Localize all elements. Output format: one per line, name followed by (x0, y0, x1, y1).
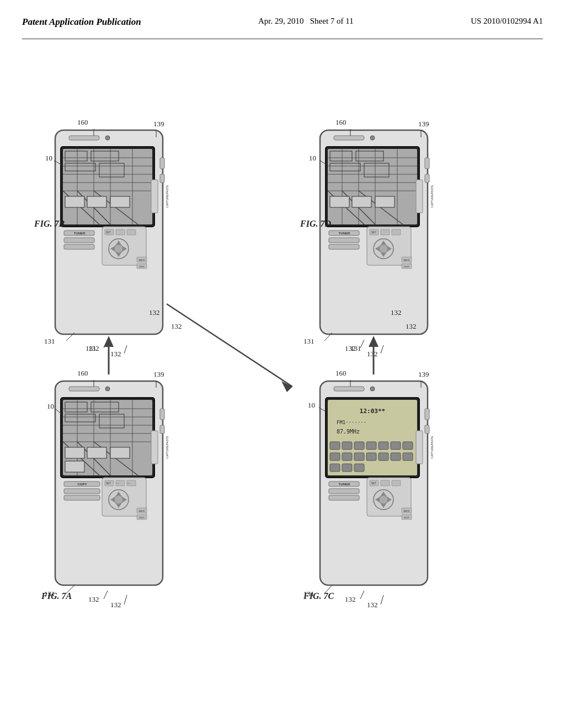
svg-text:SET: SET (106, 231, 111, 234)
svg-text:EXIT: EXIT (404, 265, 409, 268)
svg-rect-62 (63, 149, 152, 224)
svg-rect-1 (69, 387, 99, 391)
arrow-up-7a-to-7b (104, 336, 114, 347)
svg-rect-86 (64, 238, 94, 243)
svg-rect-130 (379, 453, 388, 461)
svg-rect-120 (342, 442, 352, 449)
svg-text:12:03**: 12:03** (360, 408, 385, 415)
svg-rect-128 (354, 453, 364, 461)
svg-point-58 (105, 136, 110, 140)
fig7b-ref-131: 131 (44, 337, 55, 345)
svg-rect-136 (416, 431, 423, 464)
fig7b-label: FIG. 7B (34, 219, 65, 228)
svg-rect-112 (425, 409, 429, 420)
svg-line-161 (360, 591, 364, 599)
svg-rect-187 (352, 196, 371, 207)
fig7b-ref-160: 160 (77, 118, 88, 126)
svg-rect-59 (160, 158, 164, 169)
svg-rect-133 (330, 464, 340, 472)
svg-rect-45 (64, 495, 100, 500)
svg-rect-82 (151, 180, 158, 213)
svg-point-165 (370, 136, 375, 140)
svg-line-217 (167, 304, 292, 387)
fig7b-ref-139: 139 (153, 120, 164, 128)
svg-rect-198 (392, 229, 401, 235)
svg-rect-193 (329, 238, 359, 243)
svg-rect-194 (329, 244, 359, 249)
fig7c-ref-132a: 132 (345, 595, 356, 603)
svg-text:TUNER: TUNER (339, 483, 350, 486)
svg-text:BACK: BACK (404, 510, 410, 512)
svg-rect-188 (375, 196, 395, 207)
svg-rect-197 (381, 229, 390, 235)
page-container: Patent Application Publication Apr. 29, … (0, 0, 565, 728)
fig7a-ref-131: 131 (44, 590, 55, 598)
svg-rect-121 (354, 442, 364, 449)
svg-rect-24 (87, 447, 106, 458)
svg-text:BACK: BACK (404, 259, 410, 261)
svg-rect-167 (425, 174, 429, 183)
svg-text:87.9MHz: 87.9MHz (337, 429, 360, 435)
fig7d-ref-10: 10 (309, 154, 316, 162)
fig7d-ref-139: 139 (418, 120, 429, 128)
svg-text:---: --- (116, 482, 119, 485)
svg-rect-90 (116, 229, 125, 235)
svg-rect-166 (425, 158, 429, 169)
fig7a-ref-139: 139 (153, 370, 164, 378)
arrow-ref-132-right2: 132 (406, 322, 417, 330)
arrow-ref-131-right: 131 (350, 344, 361, 352)
svg-rect-131 (391, 453, 401, 461)
svg-rect-189 (416, 180, 423, 213)
svg-text:COPY: COPY (77, 483, 87, 486)
svg-text:FM1·······: FM1······· (337, 420, 366, 425)
svg-rect-57 (69, 136, 99, 140)
fig7c-ref-10: 10 (308, 401, 315, 409)
fig7d-label: FIG. 7D (300, 219, 331, 228)
svg-line-215 (381, 345, 383, 354)
fig7d-ref-132b: 132 (367, 350, 378, 358)
svg-text:CAPTURE/PASTE: CAPTURE/PASTE (166, 436, 169, 459)
publication-title: Patent Application Publication (22, 17, 141, 28)
publication-date-sheet: Apr. 29, 2010 Sheet 7 of 11 (258, 17, 354, 26)
svg-point-39 (114, 495, 123, 504)
svg-rect-186 (330, 196, 349, 207)
arrow-ref-131-left: 131 (86, 344, 97, 352)
svg-text:CAPTURE/PASTE: CAPTURE/PASTE (430, 436, 434, 459)
svg-rect-134 (342, 464, 352, 472)
fig7d-ref-131: 131 (303, 337, 315, 345)
fig7b-ref-132b: 132 (110, 350, 121, 358)
fig7a-ref-132a: 132 (88, 595, 99, 603)
svg-rect-91 (127, 229, 136, 235)
svg-rect-132 (403, 453, 413, 461)
svg-rect-123 (379, 442, 388, 449)
svg-point-94 (114, 244, 123, 253)
diagram-area: CAPTURE/PASTE COPY SET --- --- (22, 45, 543, 695)
svg-rect-169 (328, 149, 417, 224)
svg-point-2 (105, 387, 110, 391)
svg-text:EXIT: EXIT (404, 516, 409, 519)
svg-line-55 (124, 595, 127, 604)
fig7a-device: CAPTURE/PASTE COPY SET --- --- (55, 381, 169, 585)
svg-text:---: --- (127, 482, 130, 485)
svg-rect-23 (65, 447, 84, 458)
svg-rect-60 (160, 174, 164, 183)
svg-rect-80 (87, 196, 106, 207)
svg-rect-141 (329, 495, 359, 500)
svg-text:BACK: BACK (139, 510, 145, 512)
arrow-ref-132-right: 132 (391, 308, 402, 317)
svg-text:BACK: BACK (139, 259, 145, 261)
pub-date: Apr. 29, 2010 (258, 17, 304, 25)
fig7d-device: CAPTURE/PASTE TUNER SET (320, 130, 434, 334)
svg-rect-113 (425, 425, 429, 433)
svg-rect-126 (330, 453, 340, 461)
svg-text:SET: SET (371, 231, 376, 234)
svg-point-201 (379, 244, 388, 253)
arrow-up-7c-to-7d (369, 336, 379, 347)
svg-rect-140 (329, 489, 359, 494)
svg-rect-122 (366, 442, 376, 449)
svg-rect-27 (151, 431, 158, 464)
fig7d-ref-160: 160 (335, 118, 347, 126)
svg-rect-87 (64, 244, 94, 249)
svg-text:EXIT: EXIT (140, 516, 145, 519)
arrow-ref-132-diag: 132 (149, 308, 160, 317)
